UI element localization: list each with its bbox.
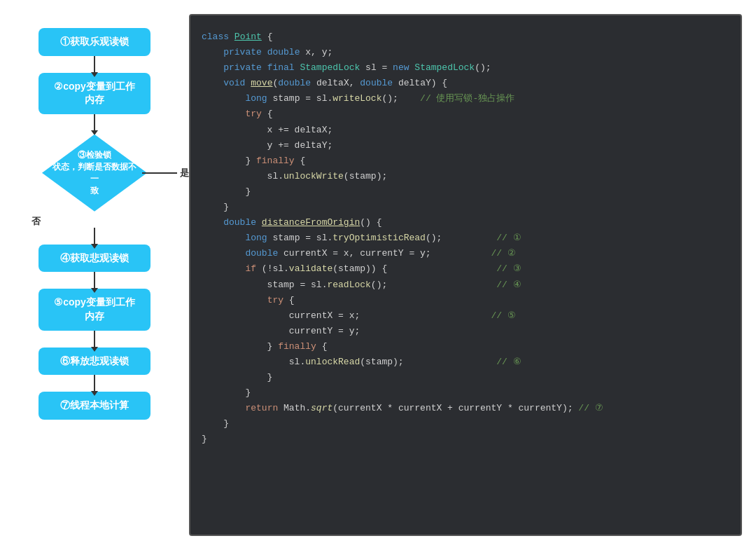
flow-node-1: ①获取乐观读锁 [38, 28, 150, 56]
flowchart: ①获取乐观读锁 ②copy变量到工作内存 ③检验锁状态，判断是否数据不一致 是 … [14, 14, 175, 420]
yes-label: 是 [180, 167, 189, 179]
code-line-21: stamp = sl.readLock(); // ④ [202, 277, 729, 293]
no-label: 否 [31, 215, 41, 228]
flow-node-5: ⑤copy变量到工作内存 [38, 289, 150, 330]
code-line-20: if (!sl.validate(stamp)) { // ③ [202, 261, 729, 277]
code-line-18: long stamp = sl.tryOptimisticRead(); // … [202, 231, 729, 246]
arrow-4 [94, 272, 95, 289]
code-line-12: } finally { [202, 153, 729, 169]
arrow-3 [94, 228, 95, 245]
code-line-29: return Math.sqrt(currentX * currentX + c… [202, 401, 729, 416]
code-line-25: } finally { [202, 339, 729, 355]
code-line-22: try { [202, 293, 729, 308]
code-line-13: sl.unlockWrite(stamp); [202, 169, 729, 184]
arrow-5 [94, 331, 95, 348]
code-line-19: double currentX = x, currentY = y; // ② [202, 246, 729, 261]
code-line-5: private final StampedLock sl = new Stamp… [202, 60, 729, 76]
code-panel: class Point { private double x, y; priva… [189, 14, 742, 536]
code-line-26: sl.unlockRead(stamp); // ⑥ [202, 355, 729, 370]
code-line-7: void move(double deltaX, double deltaY) … [202, 76, 729, 91]
arrow-1 [94, 56, 95, 73]
code-line-30: } [202, 416, 729, 432]
arrow-6 [94, 375, 95, 392]
code-line-9: try { [202, 106, 729, 122]
code-line-17: double distanceFromOrigin() { [202, 215, 729, 231]
code-line-28: } [202, 385, 729, 401]
arrow-2 [94, 114, 95, 131]
code-line-8: long stamp = sl.writeLock(); // 使用写锁-独占操… [202, 91, 729, 106]
main-container: ①获取乐观读锁 ②copy变量到工作内存 ③检验锁状态，判断是否数据不一致 是 … [14, 14, 742, 536]
code-line-31: } [202, 432, 729, 447]
code-line-24: currentY = y; [202, 324, 729, 339]
code-line-14: } [202, 184, 729, 200]
code-line-23: currentX = x; // ⑤ [202, 308, 729, 324]
code-line-11: y += deltaY; [202, 138, 729, 153]
code-line-15: } [202, 200, 729, 215]
code-line-10: x += deltaX; [202, 123, 729, 138]
flow-node-3-wrapper: ③检验锁状态，判断是否数据不一致 是 [38, 131, 150, 215]
flow-node-3-label: ③检验锁状态，判断是否数据不一致 [38, 149, 150, 196]
flow-node-2: ②copy变量到工作内存 [38, 73, 150, 114]
code-line-27: } [202, 370, 729, 385]
code-line-3: private double x, y; [202, 45, 729, 60]
code-line-1: class Point { [202, 29, 729, 45]
